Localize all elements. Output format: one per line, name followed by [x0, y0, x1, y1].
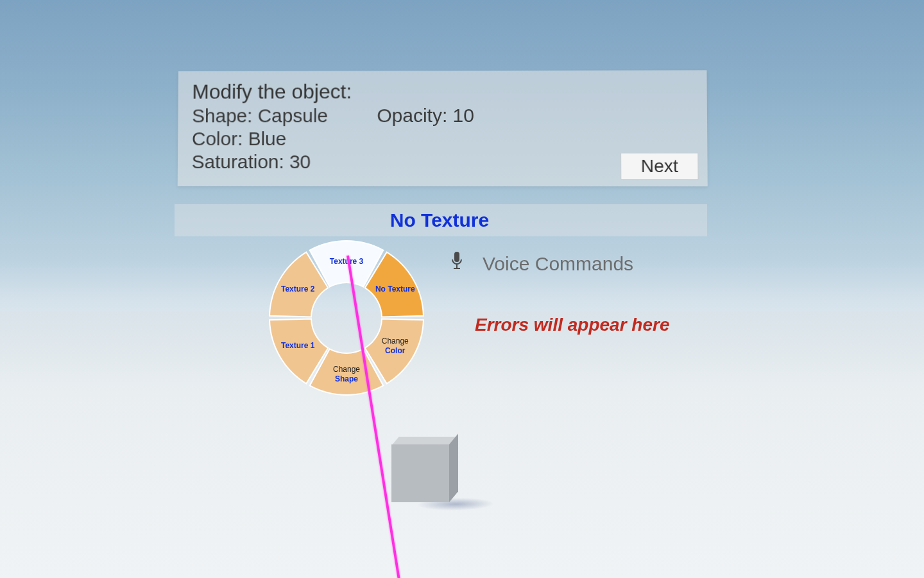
radial-item-label: No Texture [375, 285, 415, 293]
next-button[interactable]: Next [620, 153, 698, 180]
voice-commands-label: Voice Commands [483, 253, 633, 275]
texture-status-text: No Texture [390, 209, 489, 231]
scene-object-cube[interactable] [391, 437, 462, 507]
shape-value: Capsule [258, 105, 328, 126]
radial-item-label: Color [385, 346, 406, 355]
color-value: Blue [248, 128, 287, 149]
radial-item-label: Texture 1 [281, 341, 315, 350]
cube-side-face [449, 434, 458, 502]
svg-rect-0 [454, 252, 459, 262]
opacity-label: Opacity: [377, 105, 447, 126]
shape-label: Shape: [192, 105, 252, 126]
saturation-label: Saturation: [192, 151, 284, 172]
color-label: Color: [192, 128, 243, 149]
opacity-value: 10 [453, 105, 474, 126]
instruction-title: Modify the object: [192, 79, 692, 103]
texture-status-bar: No Texture [175, 204, 707, 236]
radial-item-label-top: Change [382, 337, 409, 346]
scene-ground [0, 311, 924, 578]
radial-item-label: Shape [335, 374, 358, 383]
cube-front-face [391, 444, 449, 502]
radial-item-label: Texture 2 [281, 285, 315, 293]
radial-item-label-top: Change [333, 365, 360, 374]
voice-commands-row: Voice Commands [449, 250, 633, 277]
instruction-panel: Modify the object: Shape: Capsule Opacit… [178, 70, 708, 186]
microphone-icon[interactable] [449, 250, 465, 277]
saturation-value: 30 [289, 151, 311, 172]
errors-placeholder: Errors will appear here [475, 315, 669, 335]
